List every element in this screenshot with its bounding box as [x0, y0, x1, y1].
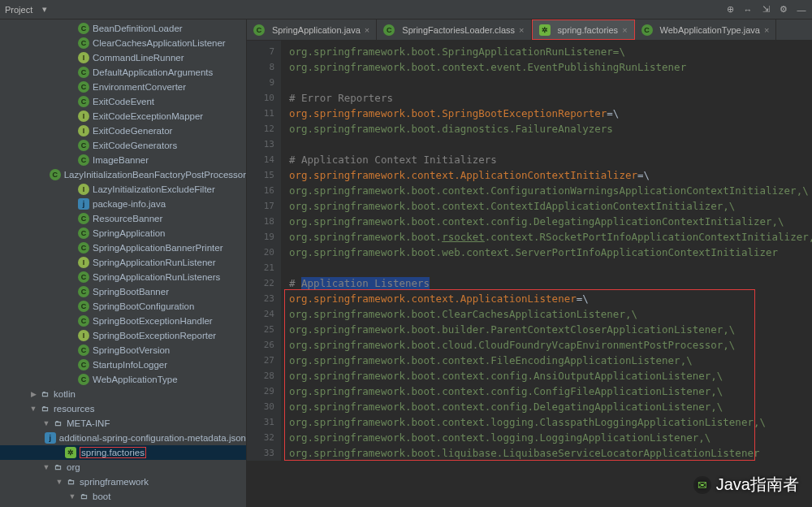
- tree-item[interactable]: CWebApplicationType: [0, 372, 246, 387]
- tree-item-label: boot: [93, 492, 110, 501]
- hide-icon[interactable]: —: [796, 4, 807, 15]
- close-icon[interactable]: ×: [519, 25, 524, 35]
- code-line[interactable]: org.springframework.boot.context.Context…: [289, 198, 812, 214]
- tree-item[interactable]: ▼🗀META-INF: [0, 416, 246, 431]
- code-line[interactable]: org.springframework.boot.context.config.…: [289, 399, 812, 414]
- tree-item[interactable]: CExitCodeEvent: [0, 94, 246, 109]
- code-line[interactable]: org.springframework.boot.context.config.…: [289, 214, 812, 229]
- editor-tab[interactable]: CSpringApplication.java×: [247, 20, 377, 40]
- editor-tab[interactable]: CSpringFactoriesLoader.class×: [377, 20, 531, 40]
- tree-item-label: ExitCodeEvent: [93, 97, 154, 106]
- tree-item-label: ResourceBanner: [93, 214, 162, 223]
- tree-item-label: SpringBootBanner: [93, 287, 169, 297]
- tree-item[interactable]: CSpringBootBanner: [0, 284, 246, 299]
- tree-item-label: CommandLineRunner: [93, 53, 184, 63]
- tree-item[interactable]: CSpringApplication: [0, 226, 246, 240]
- tree-item[interactable]: IExitCodeGenerator: [0, 124, 246, 138]
- tree-item[interactable]: jadditional-spring-configuration-metadat…: [0, 431, 246, 445]
- expand-icon[interactable]: ↔: [742, 4, 754, 15]
- tree-item[interactable]: CStartupInfoLogger: [0, 358, 246, 372]
- tab-label: WebApplicationType.java: [660, 25, 760, 35]
- tree-item-label: SpringApplicationRunListener: [93, 258, 216, 267]
- tree-item-label: SpringBootVersion: [93, 345, 170, 355]
- close-icon[interactable]: ×: [764, 25, 769, 35]
- tree-item[interactable]: CSpringBootVersion: [0, 343, 246, 358]
- code-line[interactable]: # Application Listeners: [289, 275, 812, 291]
- tree-item[interactable]: CResourceBanner: [0, 211, 246, 226]
- code-line[interactable]: org.springframework.boot.SpringApplicati…: [289, 44, 812, 59]
- close-icon[interactable]: ×: [365, 25, 369, 35]
- tab-label: SpringApplication.java: [272, 25, 361, 35]
- tree-item[interactable]: CSpringApplicationBannerPrinter: [0, 240, 246, 255]
- collapse-icon[interactable]: ⇲: [760, 4, 771, 15]
- gear-icon[interactable]: ⚙: [778, 4, 789, 15]
- tree-item[interactable]: ▼🗀boot: [0, 489, 246, 504]
- code-line[interactable]: # Error Reporters: [289, 90, 812, 106]
- code-line[interactable]: org.springframework.boot.liquibase.Liqui…: [289, 445, 812, 461]
- code-line[interactable]: org.springframework.boot.context.config.…: [289, 384, 812, 399]
- tree-item-label: resources: [54, 404, 95, 414]
- code-line[interactable]: # Application Context Initializers: [289, 152, 812, 167]
- chevron-down-icon[interactable]: ▾: [39, 4, 50, 15]
- tree-item[interactable]: ✲spring.factories: [0, 445, 246, 460]
- tree-item[interactable]: CLazyInitializationBeanFactoryPostProces…: [0, 167, 246, 182]
- tree-item[interactable]: ▼🗀resources: [0, 401, 246, 416]
- tree-item[interactable]: CClearCachesApplicationListener: [0, 36, 246, 50]
- code-line[interactable]: org.springframework.boot.context.FileEnc…: [289, 353, 812, 368]
- tree-item[interactable]: ▼🗀springframework: [0, 474, 246, 489]
- tree-item[interactable]: CImageBanner: [0, 153, 246, 167]
- code-editor[interactable]: 7891011121314151617181920212223242526272…: [247, 41, 812, 507]
- code-line[interactable]: [289, 260, 812, 275]
- watermark: ✉ Java指南者: [693, 474, 799, 496]
- tree-item-label: SpringApplicationRunListeners: [93, 272, 220, 282]
- code-line[interactable]: [289, 136, 812, 152]
- tree-item-label: LazyInitializationExcludeFilter: [93, 184, 215, 194]
- tree-item[interactable]: CSpringBootConfiguration: [0, 299, 246, 314]
- tree-item-label: WebApplicationType: [93, 375, 178, 384]
- tree-item-label: spring.factories: [80, 448, 146, 457]
- project-label: Project: [5, 5, 32, 15]
- code-line[interactable]: org.springframework.boot.rsocket.context…: [289, 229, 812, 245]
- tree-item-label: springframework: [80, 477, 149, 487]
- code-line[interactable]: [289, 75, 812, 90]
- tree-item-label: ExitCodeExceptionMapper: [93, 111, 203, 121]
- code-line[interactable]: org.springframework.boot.context.logging…: [289, 414, 812, 430]
- code-line[interactable]: org.springframework.boot.context.Configu…: [289, 183, 812, 198]
- tree-item[interactable]: CBeanDefinitionLoader: [0, 21, 246, 36]
- editor-tab[interactable]: ✲spring.factories×: [532, 20, 635, 40]
- tree-item[interactable]: CDefaultApplicationArguments: [0, 65, 246, 80]
- code-line[interactable]: org.springframework.boot.builder.ParentC…: [289, 322, 812, 337]
- tree-item[interactable]: ▶🗀context: [0, 504, 246, 507]
- target-icon[interactable]: ⊕: [724, 4, 736, 15]
- code-line[interactable]: org.springframework.boot.context.config.…: [289, 368, 812, 384]
- tree-item[interactable]: jpackage-info.java: [0, 197, 246, 211]
- tree-item[interactable]: ISpringApplicationRunListener: [0, 255, 246, 270]
- tree-item[interactable]: CExitCodeGenerators: [0, 138, 246, 153]
- tree-item[interactable]: ▼🗀org: [0, 460, 246, 474]
- code-line[interactable]: org.springframework.boot.diagnostics.Fai…: [289, 121, 812, 136]
- project-tree: CBeanDefinitionLoaderCClearCachesApplica…: [0, 20, 247, 507]
- code-lines: org.springframework.boot.SpringApplicati…: [289, 41, 812, 461]
- tree-item[interactable]: ISpringBootExceptionReporter: [0, 328, 246, 343]
- wechat-icon: ✉: [693, 476, 711, 494]
- code-line[interactable]: org.springframework.context.ApplicationC…: [289, 167, 812, 183]
- close-icon[interactable]: ×: [622, 25, 627, 35]
- tree-item[interactable]: ILazyInitializationExcludeFilter: [0, 182, 246, 197]
- code-line[interactable]: org.springframework.context.ApplicationL…: [289, 291, 812, 306]
- code-line[interactable]: org.springframework.boot.context.event.E…: [289, 59, 812, 75]
- tree-item-label: org: [67, 462, 80, 472]
- tree-item-label: package-info.java: [93, 199, 166, 209]
- code-line[interactable]: org.springframework.boot.web.context.Ser…: [289, 245, 812, 260]
- tree-item[interactable]: CSpringApplicationRunListeners: [0, 270, 246, 284]
- editor-tab[interactable]: CWebApplicationType.java×: [635, 20, 777, 40]
- tree-item[interactable]: ICommandLineRunner: [0, 50, 246, 65]
- code-line[interactable]: org.springframework.boot.SpringBootExcep…: [289, 106, 812, 121]
- code-line[interactable]: org.springframework.boot.cloud.CloudFoun…: [289, 337, 812, 353]
- tree-item[interactable]: ▶🗀kotlin: [0, 387, 246, 401]
- tree-item[interactable]: IExitCodeExceptionMapper: [0, 109, 246, 124]
- code-line[interactable]: org.springframework.boot.context.logging…: [289, 430, 812, 445]
- tree-item[interactable]: CSpringBootExceptionHandler: [0, 314, 246, 328]
- tree-item-label: ClearCachesApplicationListener: [93, 38, 226, 48]
- code-line[interactable]: org.springframework.boot.ClearCachesAppl…: [289, 306, 812, 322]
- tree-item[interactable]: CEnvironmentConverter: [0, 80, 246, 94]
